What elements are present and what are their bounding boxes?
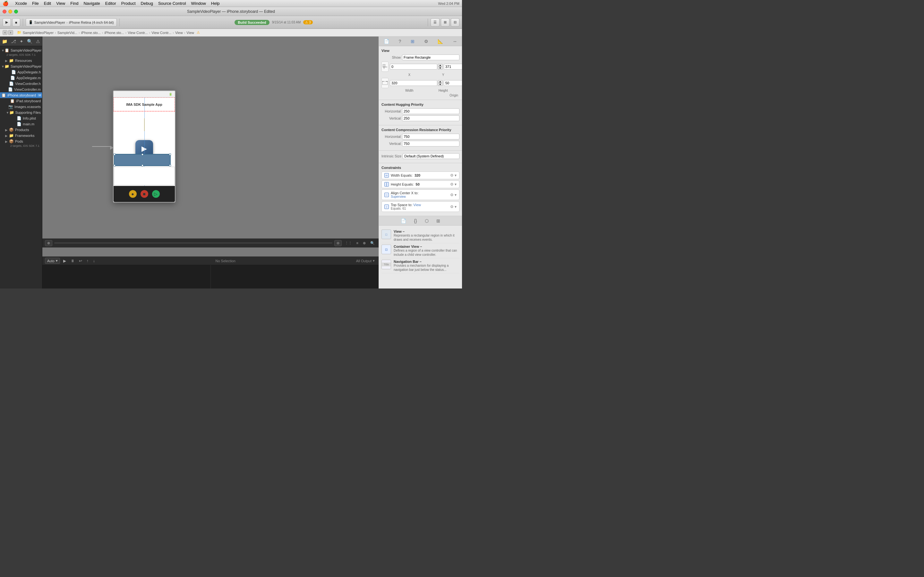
- tree-item-appdelegate-m[interactable]: 📄 AppDelegate.m: [0, 75, 42, 81]
- constraint-top-space-gear[interactable]: ⚙ ▾: [450, 205, 457, 209]
- zoom-control[interactable]: ⊕: [45, 240, 52, 246]
- x-input[interactable]: [390, 64, 437, 69]
- handle-tl[interactable]: [113, 153, 115, 155]
- height-input[interactable]: [444, 80, 462, 86]
- attribute-inspector-icon[interactable]: ⚙: [423, 37, 430, 45]
- grid-icon-bottom[interactable]: ⊞: [435, 217, 441, 225]
- breadcrumb-item-6[interactable]: View Contr...: [152, 31, 171, 35]
- file-icon-bottom[interactable]: 📄: [399, 217, 407, 225]
- selected-view-bar[interactable]: [114, 154, 171, 166]
- menu-find[interactable]: Find: [70, 1, 78, 6]
- size-inspector-icon[interactable]: 📐: [436, 37, 444, 45]
- comp-horiz-select[interactable]: 750: [402, 134, 459, 139]
- tree-item-images[interactable]: 📷 Images.xcassets: [0, 104, 42, 110]
- breadcrumb-item-8[interactable]: View: [186, 31, 194, 35]
- show-select[interactable]: Frame Rectangle: [402, 55, 459, 60]
- disclosure-pods[interactable]: ▶: [5, 140, 9, 143]
- breadcrumb-item-7[interactable]: View: [175, 31, 183, 35]
- disclosure-products[interactable]: ▶: [5, 128, 9, 132]
- menu-file[interactable]: File: [32, 1, 39, 6]
- tree-item-products[interactable]: ▶ 📦 Products: [0, 127, 42, 133]
- fit-btn[interactable]: ⋮⋮: [344, 240, 353, 246]
- toolbar-icon-red[interactable]: ■: [141, 190, 148, 198]
- file-inspector-icon[interactable]: 📄: [383, 37, 391, 45]
- code-icon-bottom[interactable]: {}: [413, 217, 418, 225]
- toolbar-icon-yellow[interactable]: ●: [129, 190, 137, 198]
- disclosure-resources[interactable]: ▶: [5, 59, 9, 63]
- w-increment[interactable]: ▲: [438, 80, 443, 83]
- debug-down-btn[interactable]: ↓: [92, 258, 96, 264]
- output-selector[interactable]: All Output ▾: [355, 259, 376, 263]
- vert-hugging-select[interactable]: 250: [402, 115, 459, 121]
- view-nav-btn[interactable]: ☰: [431, 18, 439, 27]
- handle-tr[interactable]: [169, 153, 171, 155]
- storyboard-canvas[interactable]: ▶ 🔋 IMA SDK Sample App: [42, 37, 379, 256]
- sidebar-icon-search[interactable]: 🔍: [26, 37, 34, 45]
- tree-item-pods[interactable]: ▶ 📦 Pods: [0, 139, 42, 144]
- quick-help-icon[interactable]: ?: [397, 37, 403, 45]
- run-button[interactable]: ▶: [3, 18, 11, 27]
- search-canvas-btn[interactable]: 🔍: [369, 240, 376, 246]
- breadcrumb-item-4[interactable]: iPhone.sto...: [104, 31, 124, 35]
- constraint-center-x-gear[interactable]: ⚙ ▾: [450, 193, 457, 197]
- debug-pause-btn[interactable]: ⏸: [69, 258, 76, 264]
- assistant-btn[interactable]: ⊞: [441, 18, 449, 27]
- tree-item-viewcontroller-h[interactable]: 📄 ViewController.h: [0, 81, 42, 87]
- menu-window[interactable]: Window: [191, 1, 206, 6]
- handle-tm[interactable]: [142, 153, 144, 155]
- sidebar-icon-issues[interactable]: ⚠: [35, 37, 41, 45]
- menu-help[interactable]: Help: [211, 1, 220, 6]
- constraint-width-gear[interactable]: ⚙ ▾: [450, 173, 457, 177]
- constraint-height-gear[interactable]: ⚙ ▾: [450, 182, 457, 187]
- menu-xcode[interactable]: Xcode: [15, 1, 27, 6]
- tree-item-iphone-storyboard[interactable]: 📋 iPhone.storyboard M: [0, 92, 42, 98]
- breadcrumb-item-5[interactable]: View Contr...: [128, 31, 148, 35]
- debug-play-btn[interactable]: ▶: [62, 258, 67, 264]
- menu-product[interactable]: Product: [121, 1, 136, 6]
- nav-back[interactable]: ‹: [3, 30, 7, 35]
- toolbar-icon-green[interactable]: ▷: [152, 190, 160, 198]
- sidebar-icon-folder[interactable]: 📁: [1, 37, 9, 45]
- menu-navigate[interactable]: Navigate: [83, 1, 100, 6]
- comp-vert-select[interactable]: 750: [402, 141, 459, 147]
- equal-btn[interactable]: ≡: [355, 240, 360, 245]
- debug-step-btn[interactable]: ↩: [78, 258, 83, 264]
- zoom-out-control[interactable]: ⊖: [334, 240, 342, 246]
- nav-forward[interactable]: ›: [8, 30, 13, 35]
- object-item-view[interactable]: □ View – Represents a rectangular region…: [381, 228, 459, 243]
- tree-item-info-plist[interactable]: 📄 Info.plist: [0, 115, 42, 121]
- handle-bm[interactable]: [142, 164, 144, 166]
- menu-source-control[interactable]: Source Control: [158, 1, 186, 6]
- menu-view[interactable]: View: [56, 1, 65, 6]
- expand-btn[interactable]: ⊕: [362, 240, 367, 246]
- sidebar-icon-symbol[interactable]: ✦: [18, 37, 25, 45]
- breadcrumb-item-2[interactable]: SampleVid...: [57, 31, 78, 35]
- intrinsic-select[interactable]: Default (System Defined): [403, 153, 459, 159]
- disclosure-svp[interactable]: ▼: [1, 65, 5, 68]
- close-button[interactable]: [3, 10, 6, 13]
- tree-item-frameworks[interactable]: ▶ 📁 Frameworks: [0, 133, 42, 139]
- debug-up-btn[interactable]: ↑: [86, 258, 90, 264]
- menu-editor[interactable]: Editor: [105, 1, 116, 6]
- tree-item-ipad-storyboard[interactable]: 📋 iPad.storyboard: [0, 98, 42, 104]
- tree-item-appdelegate-h[interactable]: 📄 AppDelegate.h: [0, 69, 42, 75]
- object-item-container[interactable]: ⊡ Container View – Defines a region of a…: [381, 243, 459, 258]
- tree-item-supporting[interactable]: ▼ 📁 Supporting Files: [0, 110, 42, 115]
- tree-item-viewcontroller-m[interactable]: 📄 ViewController.m: [0, 87, 42, 92]
- menu-debug[interactable]: Debug: [141, 1, 153, 6]
- identity-inspector-icon[interactable]: ⊞: [409, 37, 416, 45]
- auto-btn[interactable]: Auto ▾: [45, 258, 60, 264]
- breadcrumb-item-1[interactable]: 📁SampleVideoPlayer: [17, 31, 53, 35]
- maximize-button[interactable]: [14, 10, 18, 13]
- x-increment[interactable]: ▲: [438, 64, 443, 67]
- sidebar-icon-git[interactable]: ⎇: [10, 37, 17, 45]
- version-btn[interactable]: ⊟: [451, 18, 459, 27]
- horiz-hugging-select[interactable]: 250: [402, 108, 459, 114]
- handle-bl[interactable]: [113, 164, 115, 166]
- disclosure-frameworks[interactable]: ▶: [5, 134, 9, 137]
- connections-inspector-icon[interactable]: ↔: [451, 37, 459, 45]
- tree-item-resources[interactable]: ▶ 📁 Resources: [0, 58, 42, 63]
- stop-button[interactable]: ■: [12, 18, 20, 27]
- disclosure-project[interactable]: ▼: [1, 49, 5, 52]
- object-item-navbar[interactable]: Title Navigation Bar – Provides a mechan…: [381, 258, 459, 274]
